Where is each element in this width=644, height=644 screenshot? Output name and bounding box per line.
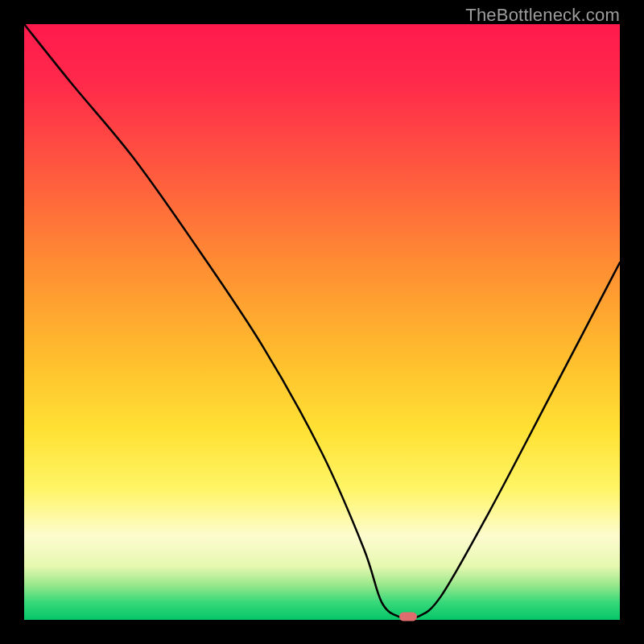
plot-area [24,24,620,620]
watermark-text: TheBottleneck.com [465,5,620,26]
bottleneck-curve [24,24,620,620]
chart-frame: TheBottleneck.com [0,0,644,644]
optimal-marker [399,613,417,621]
